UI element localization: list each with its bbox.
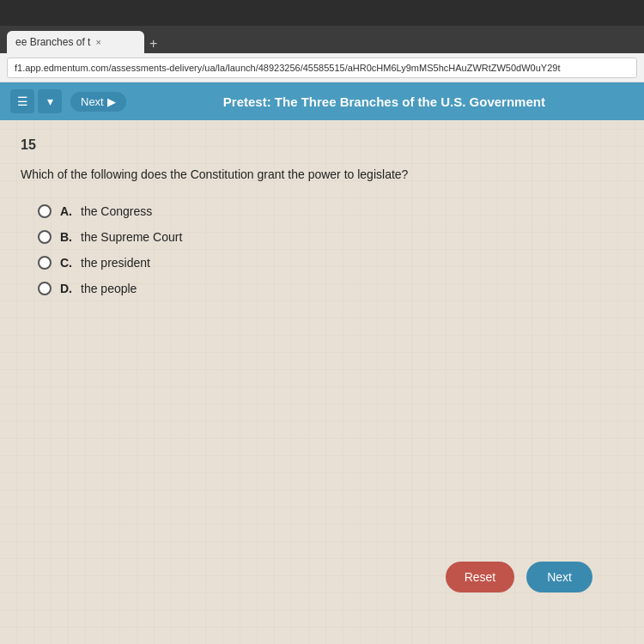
option-label-d: D. [60,282,72,295]
toolbar-title: Pretest: The Three Branches of the U.S. … [135,94,634,109]
tab-bar: ee Branches of t × + [0,26,644,53]
option-label-b: B. [60,230,72,244]
option-text-c: the president [81,256,150,270]
address-input[interactable] [7,58,637,78]
option-d[interactable]: D. the people [38,282,623,295]
radio-c[interactable] [38,256,52,270]
app-toolbar: ☰ ▾ Next ▶ Pretest: The Three Branches o… [0,82,644,120]
question-number: 15 [21,137,623,153]
radio-d[interactable] [38,282,52,295]
options-list: A. the Congress B. the Supreme Court C. … [38,204,623,295]
os-bar [0,0,644,26]
chevron-down-icon[interactable]: ▾ [38,89,62,113]
new-tab-button[interactable]: + [144,36,162,52]
option-text-b: the Supreme Court [81,230,182,244]
option-b[interactable]: B. the Supreme Court [38,230,623,244]
buttons-area: Reset Next [446,562,592,592]
address-bar [0,53,644,82]
toolbar-next-button[interactable]: Next ▶ [70,92,126,112]
option-text-a: the Congress [81,204,152,218]
screen: ee Branches of t × + ☰ ▾ Next ▶ Pretest:… [0,0,644,644]
radio-a[interactable] [38,204,52,218]
option-label-a: A. [60,204,72,218]
toolbar-next-icon: ▶ [107,95,116,108]
hamburger-icon[interactable]: ☰ [10,89,34,113]
reset-button[interactable]: Reset [446,562,515,592]
option-a[interactable]: A. the Congress [38,204,623,218]
question-text: Which of the following does the Constitu… [21,167,623,184]
content-area: 15 Which of the following does the Const… [0,120,644,644]
next-button[interactable]: Next [526,562,592,592]
radio-b[interactable] [38,230,52,244]
option-text-d: the people [81,282,137,295]
tab-label: ee Branches of t [15,36,90,48]
toolbar-next-label: Next [81,95,104,108]
browser-tab[interactable]: ee Branches of t × [7,31,144,53]
toolbar-nav: ☰ ▾ [10,89,62,113]
tab-close-icon[interactable]: × [95,37,100,47]
option-c[interactable]: C. the president [38,256,623,270]
option-label-c: C. [60,256,72,270]
